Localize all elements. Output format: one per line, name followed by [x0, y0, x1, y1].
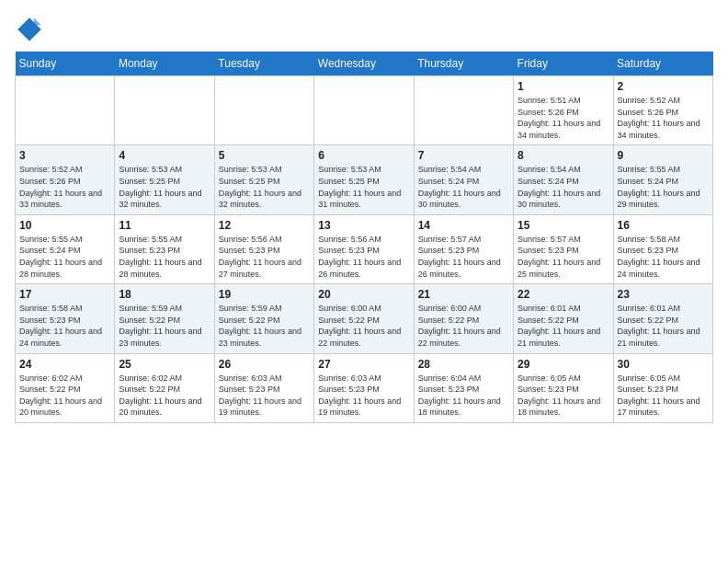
calendar-cell: [16, 76, 115, 145]
calendar-week-row: 3Sunrise: 5:52 AM Sunset: 5:26 PM Daylig…: [16, 145, 713, 214]
calendar-cell: 21Sunrise: 6:00 AM Sunset: 5:22 PM Dayli…: [414, 284, 513, 353]
weekday-header: Thursday: [414, 52, 513, 76]
day-number: 16: [618, 219, 709, 232]
day-number: 19: [219, 288, 310, 301]
calendar-cell: 17Sunrise: 5:58 AM Sunset: 5:23 PM Dayli…: [16, 284, 115, 353]
day-number: 21: [418, 288, 509, 301]
day-info: Sunrise: 5:55 AM Sunset: 5:23 PM Dayligh…: [119, 234, 210, 280]
day-number: 23: [618, 288, 709, 301]
calendar-cell: [414, 76, 513, 145]
day-number: 2: [618, 80, 709, 93]
day-info: Sunrise: 5:51 AM Sunset: 5:26 PM Dayligh…: [518, 95, 609, 141]
calendar-cell: [214, 76, 313, 145]
weekday-header: Friday: [514, 52, 613, 76]
day-info: Sunrise: 5:58 AM Sunset: 5:23 PM Dayligh…: [19, 303, 110, 349]
day-number: 25: [119, 358, 210, 371]
calendar-cell: 3Sunrise: 5:52 AM Sunset: 5:26 PM Daylig…: [16, 145, 115, 214]
day-number: 22: [518, 288, 609, 301]
calendar-cell: 23Sunrise: 6:01 AM Sunset: 5:22 PM Dayli…: [613, 284, 712, 353]
calendar-cell: 19Sunrise: 5:59 AM Sunset: 5:22 PM Dayli…: [214, 284, 313, 353]
calendar-week-row: 1Sunrise: 5:51 AM Sunset: 5:26 PM Daylig…: [16, 76, 713, 145]
day-info: Sunrise: 6:01 AM Sunset: 5:22 PM Dayligh…: [618, 303, 709, 349]
calendar-cell: 9Sunrise: 5:55 AM Sunset: 5:24 PM Daylig…: [613, 145, 712, 214]
calendar-header-row: SundayMondayTuesdayWednesdayThursdayFrid…: [16, 52, 713, 76]
day-info: Sunrise: 5:55 AM Sunset: 5:24 PM Dayligh…: [618, 164, 709, 210]
day-info: Sunrise: 6:03 AM Sunset: 5:23 PM Dayligh…: [318, 373, 409, 419]
day-info: Sunrise: 6:02 AM Sunset: 5:22 PM Dayligh…: [19, 373, 110, 419]
day-info: Sunrise: 5:56 AM Sunset: 5:23 PM Dayligh…: [219, 234, 310, 280]
page-header: [15, 15, 713, 44]
day-number: 30: [618, 358, 709, 371]
day-number: 28: [418, 358, 509, 371]
day-info: Sunrise: 5:59 AM Sunset: 5:22 PM Dayligh…: [119, 303, 210, 349]
day-info: Sunrise: 6:04 AM Sunset: 5:23 PM Dayligh…: [418, 373, 509, 419]
day-number: 3: [19, 149, 110, 162]
calendar-cell: 30Sunrise: 6:05 AM Sunset: 5:23 PM Dayli…: [613, 353, 712, 422]
calendar-cell: [314, 76, 414, 145]
day-info: Sunrise: 5:57 AM Sunset: 5:23 PM Dayligh…: [418, 234, 509, 280]
calendar-week-row: 17Sunrise: 5:58 AM Sunset: 5:23 PM Dayli…: [16, 284, 713, 353]
day-number: 24: [19, 358, 110, 371]
calendar-cell: 6Sunrise: 5:53 AM Sunset: 5:25 PM Daylig…: [314, 145, 414, 214]
day-number: 26: [219, 358, 310, 371]
day-info: Sunrise: 6:03 AM Sunset: 5:23 PM Dayligh…: [219, 373, 310, 419]
day-number: 4: [119, 149, 210, 162]
day-number: 20: [318, 288, 409, 301]
weekday-header: Wednesday: [314, 52, 414, 76]
calendar-cell: 18Sunrise: 5:59 AM Sunset: 5:22 PM Dayli…: [115, 284, 214, 353]
calendar-week-row: 10Sunrise: 5:55 AM Sunset: 5:24 PM Dayli…: [16, 214, 713, 283]
day-number: 11: [119, 219, 210, 232]
day-info: Sunrise: 5:58 AM Sunset: 5:23 PM Dayligh…: [618, 234, 709, 280]
day-info: Sunrise: 6:05 AM Sunset: 5:23 PM Dayligh…: [618, 373, 709, 419]
day-number: 8: [518, 149, 609, 162]
day-number: 17: [19, 288, 110, 301]
weekday-header: Monday: [115, 52, 214, 76]
weekday-header: Saturday: [613, 52, 712, 76]
calendar-cell: 10Sunrise: 5:55 AM Sunset: 5:24 PM Dayli…: [16, 214, 115, 283]
weekday-header: Sunday: [16, 52, 115, 76]
day-info: Sunrise: 6:00 AM Sunset: 5:22 PM Dayligh…: [418, 303, 509, 349]
calendar-cell: 15Sunrise: 5:57 AM Sunset: 5:23 PM Dayli…: [514, 214, 613, 283]
calendar-table: SundayMondayTuesdayWednesdayThursdayFrid…: [15, 52, 713, 423]
calendar-cell: [115, 76, 214, 145]
logo: [15, 15, 48, 44]
calendar-cell: 7Sunrise: 5:54 AM Sunset: 5:24 PM Daylig…: [414, 145, 513, 214]
day-number: 27: [318, 358, 409, 371]
day-info: Sunrise: 5:53 AM Sunset: 5:25 PM Dayligh…: [318, 164, 409, 210]
day-number: 18: [119, 288, 210, 301]
calendar-cell: 12Sunrise: 5:56 AM Sunset: 5:23 PM Dayli…: [214, 214, 313, 283]
day-info: Sunrise: 5:53 AM Sunset: 5:25 PM Dayligh…: [219, 164, 310, 210]
svg-marker-1: [34, 17, 41, 25]
day-number: 10: [19, 219, 110, 232]
calendar-cell: 14Sunrise: 5:57 AM Sunset: 5:23 PM Dayli…: [414, 214, 513, 283]
calendar-week-row: 24Sunrise: 6:02 AM Sunset: 5:22 PM Dayli…: [16, 353, 713, 422]
calendar-cell: 4Sunrise: 5:53 AM Sunset: 5:25 PM Daylig…: [115, 145, 214, 214]
day-info: Sunrise: 5:54 AM Sunset: 5:24 PM Dayligh…: [518, 164, 609, 210]
calendar-cell: 27Sunrise: 6:03 AM Sunset: 5:23 PM Dayli…: [314, 353, 414, 422]
day-number: 13: [318, 219, 409, 232]
logo-icon: [15, 15, 44, 44]
calendar-cell: 24Sunrise: 6:02 AM Sunset: 5:22 PM Dayli…: [16, 353, 115, 422]
day-number: 29: [518, 358, 609, 371]
calendar-cell: 29Sunrise: 6:05 AM Sunset: 5:23 PM Dayli…: [514, 353, 613, 422]
svg-marker-0: [17, 17, 41, 41]
day-number: 14: [418, 219, 509, 232]
calendar-cell: 5Sunrise: 5:53 AM Sunset: 5:25 PM Daylig…: [214, 145, 313, 214]
day-info: Sunrise: 5:59 AM Sunset: 5:22 PM Dayligh…: [219, 303, 310, 349]
calendar-cell: 16Sunrise: 5:58 AM Sunset: 5:23 PM Dayli…: [613, 214, 712, 283]
day-info: Sunrise: 5:57 AM Sunset: 5:23 PM Dayligh…: [518, 234, 609, 280]
weekday-header: Tuesday: [214, 52, 313, 76]
day-number: 1: [518, 80, 609, 93]
day-info: Sunrise: 5:54 AM Sunset: 5:24 PM Dayligh…: [418, 164, 509, 210]
day-number: 6: [318, 149, 409, 162]
day-info: Sunrise: 5:56 AM Sunset: 5:23 PM Dayligh…: [318, 234, 409, 280]
day-info: Sunrise: 6:05 AM Sunset: 5:23 PM Dayligh…: [518, 373, 609, 419]
day-number: 12: [219, 219, 310, 232]
day-number: 9: [618, 149, 709, 162]
day-info: Sunrise: 5:53 AM Sunset: 5:25 PM Dayligh…: [119, 164, 210, 210]
calendar-cell: 2Sunrise: 5:52 AM Sunset: 5:26 PM Daylig…: [613, 76, 712, 145]
calendar-cell: 28Sunrise: 6:04 AM Sunset: 5:23 PM Dayli…: [414, 353, 513, 422]
day-number: 7: [418, 149, 509, 162]
calendar-cell: 13Sunrise: 5:56 AM Sunset: 5:23 PM Dayli…: [314, 214, 414, 283]
day-info: Sunrise: 5:52 AM Sunset: 5:26 PM Dayligh…: [618, 95, 709, 141]
